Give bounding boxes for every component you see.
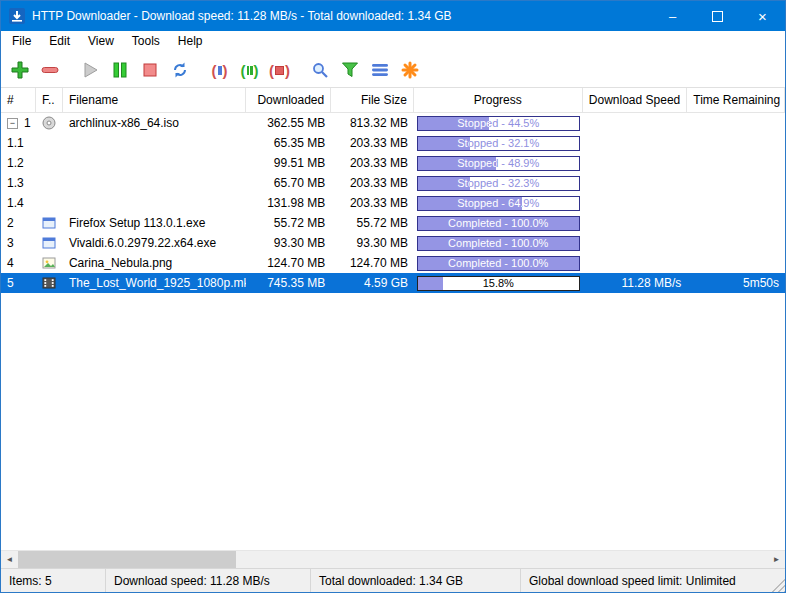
cell-filesize: 124.70 MB [331, 256, 414, 270]
exe-file-icon [42, 216, 56, 230]
cell-filesize: 203.33 MB [331, 156, 414, 170]
filter-button[interactable] [335, 56, 364, 84]
progress-bar: Stopped - 44.5%Stopped - 44.5% [417, 116, 580, 131]
restart-button[interactable] [165, 56, 194, 84]
column-header-num[interactable]: # [1, 88, 36, 112]
app-icon[interactable] [9, 8, 25, 24]
pause-icon [111, 61, 129, 79]
cell-filename: The_Lost_World_1925_1080p.mkv [63, 276, 247, 290]
menu-item-help[interactable]: Help [169, 31, 212, 53]
progress-bar: Stopped - 32.1%Stopped - 32.1% [417, 136, 580, 151]
progress-bar: Stopped - 64.9%Stopped - 64.9% [417, 196, 580, 211]
maximize-button[interactable] [695, 1, 740, 31]
cell-num: 1.3 [1, 176, 36, 190]
cell-filesize: 813.32 MB [331, 116, 414, 130]
horizontal-scrollbar[interactable]: ◄ ► [1, 550, 785, 568]
table-row[interactable]: 1.365.70 MB203.33 MBStopped - 32.3%Stopp… [1, 173, 785, 193]
column-header-remaining[interactable]: Time Remaining [687, 88, 785, 112]
resize-grip[interactable] [770, 577, 785, 592]
cell-num: 1.2 [1, 156, 36, 170]
menu-item-edit[interactable]: Edit [40, 31, 79, 53]
titlebar[interactable]: HTTP Downloader - Download speed: 11.28 … [1, 1, 785, 31]
cell-downloaded: 55.72 MB [246, 216, 331, 230]
play-icon [81, 61, 99, 79]
options-button[interactable] [395, 56, 424, 84]
cell-remaining: 5m50s [687, 276, 785, 290]
scroll-left-arrow[interactable]: ◄ [1, 551, 18, 568]
scrollbar-thumb[interactable] [18, 551, 236, 568]
app-window: HTTP Downloader - Download speed: 11.28 … [0, 0, 786, 593]
column-header-speed[interactable]: Download Speed [583, 88, 688, 112]
statusbar-segment-3: Global download speed limit: Unlimited [521, 569, 785, 592]
cell-num: −1 [1, 116, 36, 130]
magnifier-icon [311, 61, 329, 79]
table-row[interactable]: 1.299.51 MB203.33 MBStopped - 48.9%Stopp… [1, 153, 785, 173]
paren-play-icon: () [212, 63, 228, 78]
table-row[interactable]: 3Vivaldi.6.0.2979.22.x64.exe93.30 MB93.3… [1, 233, 785, 253]
progress-text-overlay: Completed - 100.0% [418, 237, 579, 250]
table-row[interactable]: 5The_Lost_World_1925_1080p.mkv745.35 MB4… [1, 273, 785, 293]
cell-filename: archlinux-x86_64.iso [63, 116, 247, 130]
plus-icon [10, 60, 30, 80]
stop-button[interactable] [135, 56, 164, 84]
scrollbar-track[interactable] [18, 551, 768, 568]
close-button[interactable]: × [740, 1, 785, 31]
column-header-filetype[interactable]: F.. [36, 88, 63, 112]
image-file-icon [42, 256, 56, 270]
start-all-button[interactable]: () [205, 56, 234, 84]
cell-filetype [36, 276, 63, 290]
toolbar-separator [195, 56, 204, 84]
table-row[interactable]: 1.4131.98 MB203.33 MBStopped - 64.9%Stop… [1, 193, 785, 213]
scroll-right-arrow[interactable]: ► [768, 551, 785, 568]
cell-progress: Completed - 100.0%Completed - 100.0% [414, 236, 583, 251]
statusbar: Items: 5Download speed: 11.28 MB/sTotal … [1, 568, 785, 592]
column-header-downloaded[interactable]: Downloaded [246, 88, 331, 112]
menu-item-tools[interactable]: Tools [123, 31, 169, 53]
menubar: FileEditViewToolsHelp [1, 31, 785, 53]
cell-downloaded: 65.70 MB [246, 176, 331, 190]
cell-downloaded: 65.35 MB [246, 136, 331, 150]
remove-button[interactable] [35, 56, 64, 84]
progress-text-overlay: Completed - 100.0% [418, 217, 579, 230]
cell-progress: Stopped - 48.9%Stopped - 48.9% [414, 156, 583, 171]
paren-pause-icon: () [241, 63, 259, 78]
cell-num: 1.4 [1, 196, 36, 210]
cell-progress: Completed - 100.0%Completed - 100.0% [414, 216, 583, 231]
cell-filetype [36, 236, 63, 250]
cell-num: 1.1 [1, 136, 36, 150]
collapse-toggle[interactable]: − [7, 118, 18, 129]
table-row[interactable]: 2Firefox Setup 113.0.1.exe55.72 MB55.72 … [1, 213, 785, 233]
window-title: HTTP Downloader - Download speed: 11.28 … [32, 9, 643, 23]
progress-bar: Completed - 100.0%Completed - 100.0% [417, 236, 580, 251]
toolbar: ()()() [1, 53, 785, 87]
minimize-button[interactable]: – [650, 1, 695, 31]
table-header: #F..FilenameDownloadedFile SizeProgressD… [1, 88, 785, 113]
cell-filename: Carina_Nebula.png [63, 256, 247, 270]
table-row[interactable]: 1.165.35 MB203.33 MBStopped - 32.1%Stopp… [1, 133, 785, 153]
pause-button[interactable] [105, 56, 134, 84]
cell-filetype [36, 256, 63, 270]
column-header-filesize[interactable]: File Size [331, 88, 414, 112]
search-button[interactable] [305, 56, 334, 84]
cell-filetype [36, 116, 63, 130]
column-header-progress[interactable]: Progress [414, 88, 583, 112]
stop-all-button[interactable]: () [265, 56, 294, 84]
menu-item-file[interactable]: File [3, 31, 40, 53]
progress-bar: Stopped - 48.9%Stopped - 48.9% [417, 156, 580, 171]
site-manager-button[interactable] [365, 56, 394, 84]
table-row[interactable]: 4Carina_Nebula.png124.70 MB124.70 MBComp… [1, 253, 785, 273]
cell-filesize: 203.33 MB [331, 176, 414, 190]
restart-icon [171, 61, 189, 79]
pause-active-button[interactable]: () [235, 56, 264, 84]
add-urls-button[interactable] [5, 56, 34, 84]
cell-filesize: 203.33 MB [331, 196, 414, 210]
table-row[interactable]: −1archlinux-x86_64.iso362.55 MB813.32 MB… [1, 113, 785, 133]
cell-filesize: 93.30 MB [331, 236, 414, 250]
column-header-filename[interactable]: Filename [63, 88, 247, 112]
cell-filesize: 55.72 MB [331, 216, 414, 230]
statusbar-segment-1: Download speed: 11.28 MB/s [106, 569, 311, 592]
funnel-icon [341, 62, 359, 78]
start-button[interactable] [75, 56, 104, 84]
menu-item-view[interactable]: View [79, 31, 123, 53]
cell-progress: Completed - 100.0%Completed - 100.0% [414, 256, 583, 271]
